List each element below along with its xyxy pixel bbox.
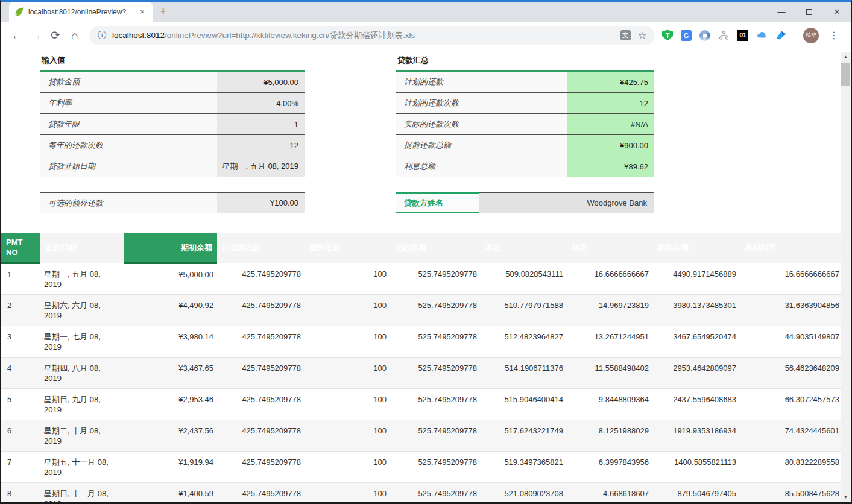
url-host: localhost:8012 (112, 31, 165, 40)
input-value: 星期三, 五月 08, 2019 (217, 156, 305, 177)
kkfileview-leaf-icon (14, 7, 24, 17)
cell-payment-date: 星期一, 七月 08, 2019 (40, 326, 124, 357)
cell-cumulative-interest: 31.6363904856 (740, 294, 841, 326)
bird-extension-icon[interactable] (775, 30, 787, 41)
cell-beginning-balance: ¥2,437.56 (124, 420, 217, 451)
back-button[interactable]: ← (7, 26, 27, 45)
cell-extra-payment: 100 (305, 451, 390, 482)
table-row: 6 星期二, 十月 08, 2019 ¥2,437.56 425.7495209… (1, 420, 841, 451)
cell-extra-payment: 100 (305, 357, 390, 388)
forward-button[interactable]: → (27, 26, 46, 45)
translate-extension-icon[interactable]: G (681, 30, 692, 41)
cell-interest: 9.8448809364 (567, 388, 652, 420)
cell-pmt-no: 4 (1, 357, 40, 388)
cell-cumulative-interest: 85.5008475628 (740, 482, 841, 502)
cell-extra-payment: 100 (305, 326, 390, 357)
scroll-up-icon[interactable]: ▲ (841, 52, 851, 62)
maximize-icon (806, 9, 812, 15)
cell-beginning-balance: ¥1,400.59 (124, 482, 217, 502)
cell-principal: 521.0809023708 (481, 482, 567, 502)
cell-extra-payment: 100 (305, 482, 390, 502)
cell-cumulative-interest: 44.9035149807 (740, 326, 841, 357)
summary-value: ¥900.00 (567, 135, 654, 156)
bookmark-star-icon[interactable]: ☆ (638, 30, 646, 41)
cell-ending-balance: 1919.9353186934 (652, 420, 740, 451)
lender-label: 贷款方姓名 (396, 192, 479, 213)
new-tab-button[interactable]: + (160, 5, 166, 18)
browser-menu-icon[interactable]: ⋮ (827, 30, 841, 41)
address-bar[interactable]: ⓘ localhost:8012/onlinePreview?url=http:… (89, 26, 655, 45)
input-label: 贷款年限 (40, 114, 217, 134)
translate-page-icon[interactable]: 文 (620, 30, 631, 40)
browser-toolbar: ← → ⟳ ⌂ ⓘ localhost:8012/onlinePreview?u… (1, 22, 851, 49)
scroll-down-icon[interactable]: ▼ (841, 492, 851, 502)
table-row: 7 星期五, 十一月 08, 2019 ¥1,919.94 425.749520… (1, 451, 841, 482)
toolbar-divider (795, 30, 795, 42)
cell-interest: 16.6666666667 (567, 263, 652, 294)
home-button[interactable]: ⌂ (65, 26, 84, 45)
scrollbar-thumb[interactable] (841, 63, 850, 86)
cell-total-payment: 525.7495209778 (390, 294, 481, 326)
tab-close-icon[interactable]: × (137, 7, 148, 17)
cell-cumulative-interest: 80.8322289558 (740, 451, 841, 482)
col-payment-date: 还款日期 (40, 233, 124, 263)
lender-value: Woodgrove Bank (479, 192, 654, 213)
close-button[interactable]: ✕ (823, 2, 851, 22)
summary-label: 利息总额 (396, 156, 567, 177)
profile-avatar[interactable]: 精华 (803, 28, 819, 43)
url-text: localhost:8012/onlinePreview?url=http://… (112, 30, 613, 41)
maximize-button[interactable] (795, 2, 823, 22)
cell-payment-date: 星期日, 十二月 08, 2019 (40, 482, 124, 502)
summary-label: 计划的还款次数 (396, 93, 567, 113)
col-principal: 本金 (481, 233, 567, 263)
sitemap-extension-icon[interactable] (718, 30, 730, 41)
cell-total-payment: 525.7495209778 (390, 326, 481, 357)
window-controls: — ✕ (768, 2, 851, 22)
table-row: 1 星期三, 五月 08, 2019 ¥5,000.00 425.7495209… (1, 263, 841, 294)
input-row: 贷款金额 ¥5,000.00 (40, 72, 305, 93)
browser-tab[interactable]: localhost:8012/onlinePreview? × (9, 2, 153, 22)
reload-button[interactable]: ⟳ (46, 26, 65, 45)
minimize-button[interactable]: — (768, 2, 795, 22)
table-row: 2 星期六, 六月 08, 2019 ¥4,490.92 425.7495209… (1, 294, 841, 326)
cell-scheduled-payment: 425.7495209778 (217, 326, 305, 357)
table-row: 3 星期一, 七月 08, 2019 ¥3,980.14 425.7495209… (1, 326, 841, 357)
cell-ending-balance: 3980.1373485301 (652, 294, 740, 326)
cloud-extension-icon[interactable] (756, 30, 768, 41)
cell-beginning-balance: ¥3,980.14 (124, 326, 217, 357)
summary-label: 实际的还款次数 (396, 114, 567, 134)
cell-scheduled-payment: 425.7495209778 (217, 451, 305, 482)
cell-total-payment: 525.7495209778 (390, 420, 481, 451)
summary-section: 贷款汇总 计划的还款 ¥425.75 计划的还款次数 12 (396, 52, 654, 177)
cell-total-payment: 525.7495209778 (390, 451, 481, 482)
cell-scheduled-payment: 425.7495209778 (217, 420, 305, 451)
badge-01-extension-icon[interactable]: 01 (737, 30, 748, 41)
cell-ending-balance: 4490.9171456889 (652, 263, 740, 294)
swirl-extension-icon[interactable] (699, 30, 710, 41)
cell-extra-payment: 100 (305, 294, 390, 326)
url-path: /onlinePreview?url=http://kkfileview.kek… (165, 31, 415, 40)
cell-total-payment: 525.7495209778 (390, 263, 481, 294)
input-label: 贷款金额 (40, 72, 217, 92)
vertical-scrollbar[interactable]: ▲ ▼ (841, 52, 851, 502)
site-info-icon[interactable]: ⓘ (98, 30, 106, 41)
input-label: 贷款开始日期 (40, 156, 217, 177)
cell-cumulative-interest: 56.4623648209 (740, 357, 841, 388)
input-value: 1 (217, 114, 305, 134)
cell-principal: 519.3497365821 (481, 451, 567, 482)
inputs-section: 输入值 贷款金额 ¥5,000.00 年利率 4.00% (40, 52, 305, 177)
cell-pmt-no: 7 (1, 451, 40, 482)
extra-payment-value: ¥100.00 (217, 193, 305, 213)
cell-interest: 4.668618607 (567, 482, 652, 502)
cell-ending-balance: 879.5046797405 (652, 482, 740, 502)
summary-value: ¥89.62 (567, 156, 654, 177)
input-row: 贷款年限 1 (40, 114, 305, 135)
summary-row: 计划的还款 ¥425.75 (396, 72, 654, 93)
inputs-table: 贷款金额 ¥5,000.00 年利率 4.00% 贷款年限 1 (40, 72, 305, 177)
col-extra-payment: 额外还款 (305, 233, 390, 263)
cell-principal: 515.9046400414 (481, 388, 567, 420)
input-label: 年利率 (40, 93, 217, 113)
summary-value: ¥425.75 (567, 72, 654, 92)
shield-extension-icon[interactable]: T (662, 30, 673, 41)
summary-row: 实际的还款次数 #N/A (396, 114, 654, 135)
